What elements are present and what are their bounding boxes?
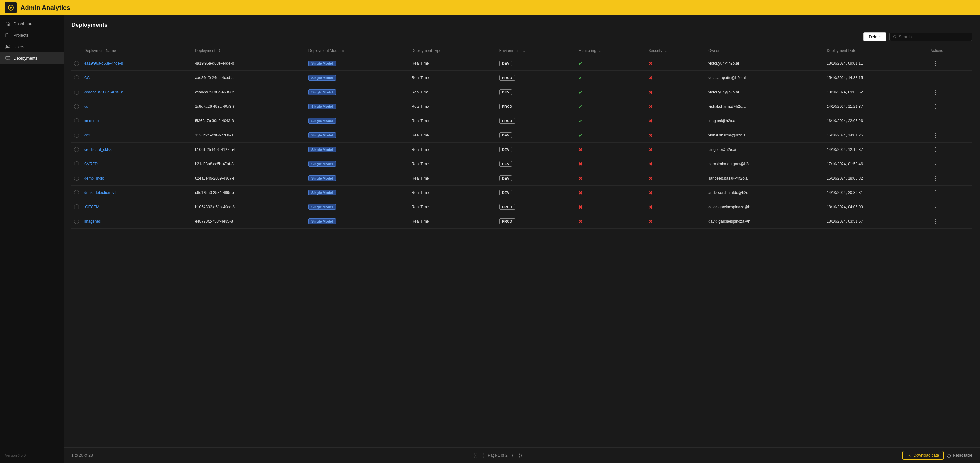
deployment-name-link[interactable]: drink_detection_v1: [84, 190, 116, 195]
monitoring-cell: ✖: [576, 200, 646, 214]
th-id[interactable]: Deployment ID: [192, 45, 306, 56]
environment-badge: PROD: [499, 219, 515, 224]
page-title: Deployments: [72, 22, 108, 29]
th-name[interactable]: Deployment Name: [82, 45, 192, 56]
sidebar-item-users[interactable]: Users: [0, 41, 64, 52]
row-actions-button[interactable]: ⋮: [931, 217, 940, 225]
deployment-date: 17/10/2024, 01:50:46: [827, 162, 862, 166]
row-radio[interactable]: [74, 147, 79, 152]
name-cell: imagenes: [82, 214, 192, 228]
row-actions-button[interactable]: ⋮: [931, 131, 940, 140]
deployment-name-link[interactable]: cc2: [84, 133, 90, 138]
date-cell: 16/10/2024, 22:05:26: [824, 114, 928, 128]
row-radio[interactable]: [74, 118, 79, 124]
row-actions-button[interactable]: ⋮: [931, 160, 940, 168]
row-radio[interactable]: [74, 104, 79, 109]
deployment-name-link[interactable]: demo_mojo: [84, 176, 104, 181]
actions-cell: ⋮: [928, 71, 972, 85]
row-actions-button[interactable]: ⋮: [931, 88, 940, 96]
deployment-name-link[interactable]: cc demo: [84, 119, 99, 123]
select-cell[interactable]: [72, 143, 82, 157]
table-row: cc demo 5f369a7c-39d2-4043-8 Single Mode…: [72, 114, 972, 128]
select-cell[interactable]: [72, 200, 82, 214]
row-radio[interactable]: [74, 219, 79, 224]
reset-button[interactable]: Reset table: [947, 453, 972, 458]
last-page-button[interactable]: ⟩⟩: [517, 452, 524, 458]
row-actions-button[interactable]: ⋮: [931, 59, 940, 68]
prev-page-button[interactable]: ⟨: [480, 452, 486, 458]
id-cell: b1061f25-f496-4127-a4: [192, 143, 306, 157]
download-button[interactable]: Download data: [902, 451, 943, 460]
select-cell[interactable]: [72, 85, 82, 100]
select-cell[interactable]: [72, 171, 82, 186]
security-cell: ✖: [646, 200, 706, 214]
security-cross: ✖: [649, 118, 653, 124]
delete-button[interactable]: Delete: [863, 32, 886, 41]
deployment-name-link[interactable]: CC: [84, 76, 90, 80]
deployment-name-link[interactable]: CVRED: [84, 162, 98, 166]
deployment-type: Real Time: [412, 219, 429, 224]
search-input[interactable]: [899, 35, 969, 39]
deployment-type: Real Time: [412, 147, 429, 152]
deployment-mode-badge: Single Model: [309, 60, 336, 66]
deployment-type: Real Time: [412, 90, 429, 94]
sidebar-item-dashboard[interactable]: Dashboard: [0, 18, 64, 29]
deployment-name-link[interactable]: cc: [84, 104, 88, 109]
env-cell: PROD: [497, 71, 576, 85]
env-cell: DEV: [497, 186, 576, 200]
th-monitoring[interactable]: Monitoring ⌄: [576, 45, 646, 56]
th-mode[interactable]: Deployment Mode ⇅: [306, 45, 409, 56]
deployment-name-link[interactable]: ccaaea8f-188e-469f-8f: [84, 90, 123, 94]
next-page-button[interactable]: ⟩: [509, 452, 515, 458]
actions-cell: ⋮: [928, 143, 972, 157]
select-cell[interactable]: [72, 114, 82, 128]
row-radio[interactable]: [74, 90, 79, 95]
row-actions-button[interactable]: ⋮: [931, 189, 940, 197]
th-date[interactable]: Deployment Date: [824, 45, 928, 56]
th-owner[interactable]: Owner: [706, 45, 824, 56]
th-security[interactable]: Security ⌄: [646, 45, 706, 56]
row-actions-button[interactable]: ⋮: [931, 102, 940, 111]
deployment-name-link[interactable]: imagenes: [84, 219, 101, 224]
date-cell: 15/10/2024, 18:03:32: [824, 171, 928, 186]
row-radio[interactable]: [74, 190, 79, 195]
row-radio[interactable]: [74, 161, 79, 166]
deployment-name-link[interactable]: creditcard_sklskl: [84, 147, 113, 152]
select-cell[interactable]: [72, 128, 82, 143]
monitoring-check: ✔: [578, 90, 582, 95]
env-cell: DEV: [497, 157, 576, 171]
actions-cell: ⋮: [928, 186, 972, 200]
select-cell[interactable]: [72, 100, 82, 114]
search-box[interactable]: [889, 33, 972, 41]
sidebar-item-projects[interactable]: Projects: [0, 29, 64, 41]
name-cell: 4a19f96a-d63e-44de-b: [82, 56, 192, 71]
row-radio[interactable]: [74, 205, 79, 209]
select-cell[interactable]: [72, 214, 82, 228]
row-actions-button[interactable]: ⋮: [931, 74, 940, 82]
row-actions-button[interactable]: ⋮: [931, 203, 940, 211]
deployment-name-link[interactable]: IGECEM: [84, 205, 99, 209]
row-actions-button[interactable]: ⋮: [931, 174, 940, 182]
row-radio[interactable]: [74, 133, 79, 138]
select-cell[interactable]: [72, 186, 82, 200]
first-page-button[interactable]: ⟨⟨: [471, 452, 479, 458]
select-cell[interactable]: [72, 71, 82, 85]
select-cell[interactable]: [72, 56, 82, 71]
owner-cell: vishal.sharma@h2o.ai: [706, 100, 824, 114]
row-actions-button[interactable]: ⋮: [931, 117, 940, 125]
th-type[interactable]: Deployment Type: [409, 45, 496, 56]
table-row: 4a19f96a-d63e-44de-b 4a19f96a-d63e-44de-…: [72, 56, 972, 71]
actions-cell: ⋮: [928, 114, 972, 128]
select-cell[interactable]: [72, 157, 82, 171]
sidebar-item-deployments[interactable]: Deployments: [0, 52, 64, 64]
row-actions-button[interactable]: ⋮: [931, 146, 940, 154]
row-radio[interactable]: [74, 75, 79, 80]
deployment-id: aac26ef0-24de-4cbd-a: [195, 76, 234, 80]
type-cell: Real Time: [409, 157, 496, 171]
row-radio[interactable]: [74, 176, 79, 181]
th-env[interactable]: Environment ⌄: [497, 45, 576, 56]
owner-cell: bing.lee@h2o.ai: [706, 143, 824, 157]
sidebar-item-label: Projects: [13, 33, 29, 38]
row-radio[interactable]: [74, 61, 79, 66]
deployment-name-link[interactable]: 4a19f96a-d63e-44de-b: [84, 61, 123, 66]
